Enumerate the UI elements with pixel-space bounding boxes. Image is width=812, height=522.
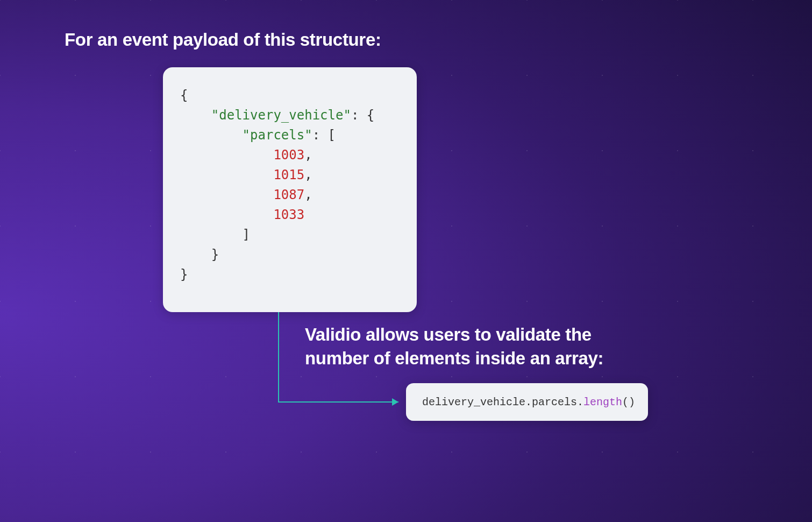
json-payload-code: { "delivery_vehicle": { "parcels": [ 100… xyxy=(180,86,400,285)
expression-card: delivery_vehicle.parcels.length() xyxy=(406,383,648,421)
json-payload-card: { "delivery_vehicle": { "parcels": [ 100… xyxy=(163,67,417,312)
heading-payload-structure: For an event payload of this structure: xyxy=(65,30,381,50)
heading-validio-description: Validio allows users to validate the num… xyxy=(305,323,649,370)
expression-code: delivery_vehicle.parcels.length() xyxy=(422,396,635,408)
